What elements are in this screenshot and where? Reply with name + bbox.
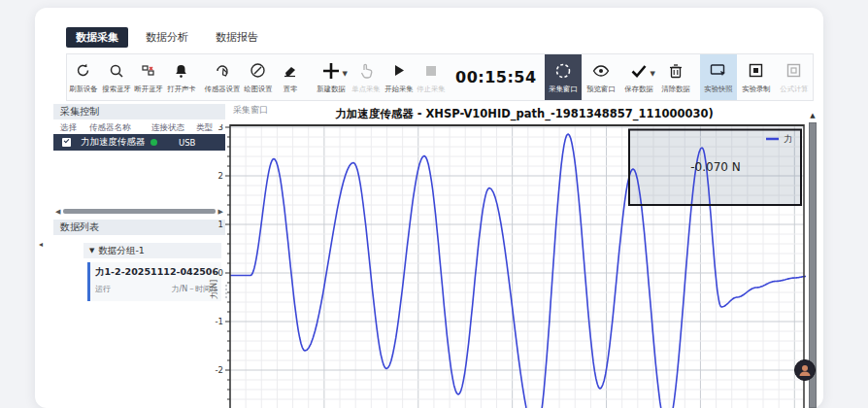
eraser-icon — [283, 61, 298, 81]
stop-icon — [425, 61, 437, 81]
play-icon — [392, 61, 406, 81]
check-icon — [630, 61, 648, 81]
svg-text:-0.070 N: -0.070 N — [690, 160, 740, 174]
sensor-tag-icon — [214, 61, 231, 81]
waveform-chart[interactable]: -0.070 N3210-1-2力[N]力 — [209, 124, 806, 408]
sensor-table-header: 选择 传感器名称 连接状态 类型 — [53, 121, 225, 134]
sensor-row[interactable]: 力加速度传感器 USB — [53, 134, 225, 151]
clear-data-button[interactable]: 清除数据 — [657, 54, 695, 100]
dashed-circle-icon — [554, 61, 572, 81]
data-item-status: 运行 — [95, 284, 111, 294]
save-data-button[interactable]: 保存数据 ▼ — [619, 54, 657, 100]
svg-text:-2: -2 — [216, 365, 223, 375]
scroll-up-arrow-icon[interactable]: ▲ — [807, 110, 818, 121]
svg-text:3: 3 — [218, 124, 223, 132]
single-point-button[interactable]: 单点采集 — [350, 54, 383, 100]
acquisition-timer: 00:15:54 — [448, 54, 545, 100]
chart-title: 力加速度传感器 - XHSP-V10HID_path_-1981348857_1… — [252, 107, 796, 121]
sensor-name: 力加速度传感器 — [81, 136, 150, 149]
data-group-row[interactable]: ▼ 数据分组-1 — [83, 243, 221, 258]
bluetooth-disconnect-icon — [141, 61, 156, 81]
tab-data-acquisition[interactable]: 数据采集 — [66, 27, 128, 48]
main-tabs: 数据采集 数据分析 数据报告 — [66, 27, 268, 48]
svg-text:力: 力 — [784, 134, 792, 144]
group-caret-icon[interactable]: ▼ — [89, 247, 94, 255]
hscroll-thumb[interactable] — [63, 209, 215, 214]
record-square-icon — [749, 61, 763, 81]
start-acquisition-button[interactable]: 开始采集 — [383, 54, 416, 100]
formula-square-icon — [786, 61, 801, 81]
dropdown-caret-icon[interactable]: ▼ — [343, 70, 348, 78]
search-bluetooth-button[interactable]: 搜索蓝牙 — [100, 54, 133, 100]
svg-text:1: 1 — [218, 220, 223, 229]
tab-data-analysis[interactable]: 数据分析 — [136, 27, 198, 48]
data-list-item[interactable]: 力1-2-20251112-042506 运行 力/N－时间/s ⋮ — [87, 262, 221, 301]
scroll-left-arrow-icon[interactable]: ◀ — [55, 208, 60, 216]
data-item-title: 力1-2-20251112-042506 — [95, 266, 217, 279]
stop-acquisition-button[interactable]: 停止采集 — [415, 54, 448, 100]
new-data-button[interactable]: 新建数据 ▼ — [312, 54, 350, 100]
eye-icon — [592, 61, 610, 81]
acquisition-control-header: 采集控制 — [53, 104, 225, 119]
disconnect-bluetooth-button[interactable]: 断开蓝牙 — [132, 54, 165, 100]
hand-point-icon — [358, 61, 374, 81]
plot-settings-button[interactable]: 绘图设置 — [242, 54, 275, 100]
experiment-record-button[interactable]: 实验录制 — [737, 54, 775, 100]
data-list-header: 数据列表 — [53, 220, 225, 235]
zero-button[interactable]: 置零 — [274, 54, 307, 100]
refresh-device-button[interactable]: 刷新设备 — [67, 54, 100, 100]
sensor-table-hscrollbar[interactable]: ◀ ▶ — [55, 207, 223, 216]
app-window: 数据采集 数据分析 数据报告 刷新设备 搜索蓝牙 断开蓝牙 打开声卡 传感器设置… — [0, 0, 868, 408]
assistant-avatar-button[interactable] — [794, 359, 816, 381]
preview-window-button[interactable]: 预览窗口 — [582, 54, 619, 100]
person-icon — [797, 362, 813, 378]
bell-icon — [174, 61, 188, 81]
screen-cursor-icon — [710, 61, 727, 81]
svg-text:力[N]: 力[N] — [210, 280, 218, 299]
svg-text:2: 2 — [218, 171, 223, 181]
tab-data-report[interactable]: 数据报告 — [206, 27, 268, 48]
sensor-settings-button[interactable]: 传感器设置 — [203, 54, 242, 100]
trash-icon — [669, 61, 683, 81]
search-icon — [109, 61, 124, 81]
sensor-checkbox[interactable] — [62, 138, 71, 147]
toolbar: 刷新设备 搜索蓝牙 断开蓝牙 打开声卡 传感器设置 绘图设置 置零 — [66, 53, 814, 101]
svg-text:-1: -1 — [216, 317, 223, 326]
status-dot — [150, 139, 157, 146]
dropdown-caret-icon[interactable]: ▼ — [650, 70, 654, 78]
compass-icon — [250, 61, 266, 81]
plus-icon — [321, 61, 341, 81]
refresh-icon — [75, 61, 91, 81]
svg-text:0: 0 — [218, 268, 223, 278]
acquisition-window-button[interactable]: 采集窗口 — [545, 54, 583, 100]
formula-calc-button[interactable]: 公式计算 — [775, 54, 813, 100]
open-soundcard-button[interactable]: 打开声卡 — [165, 54, 198, 100]
sensor-type: USB — [179, 138, 195, 148]
experiment-snapshot-button[interactable]: 实验快照 — [700, 54, 738, 100]
sidebar-collapse-arrow[interactable]: ◂ — [39, 240, 43, 249]
